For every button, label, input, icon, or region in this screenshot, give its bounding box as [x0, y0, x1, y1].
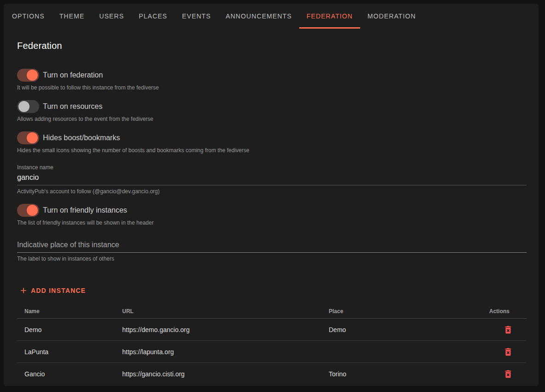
instance-name-field: Instance name ActivityPub's account to f… — [17, 164, 527, 195]
instance-place-cell: Torino — [321, 370, 482, 378]
friendly-instances-toggle[interactable] — [17, 204, 39, 217]
toggle-thumb — [27, 132, 38, 143]
trash-icon — [503, 369, 513, 379]
column-header-name: Name — [17, 308, 115, 315]
tab-users[interactable]: Users — [92, 4, 131, 29]
instance-name-hint: ActivityPub's account to follow (@gancio… — [17, 189, 527, 195]
instance-place-cell: Demo — [321, 326, 482, 333]
instance-name-cell: Demo — [17, 326, 115, 333]
setting-label: Turn on resources — [43, 102, 102, 111]
setting-label: Turn on friendly instances — [43, 206, 127, 214]
setting-friendly-instances: Turn on friendly instances The list of f… — [17, 204, 527, 226]
tab-federation[interactable]: Federation — [299, 4, 360, 29]
column-header-place: Place — [321, 308, 482, 315]
setting-hint: The list of friendly instances will be s… — [17, 220, 527, 226]
instance-name-label: Instance name — [17, 164, 527, 171]
instance-name-input[interactable] — [17, 172, 527, 185]
tab-places[interactable]: Places — [131, 4, 175, 29]
table-row: LaPunta https://lapunta.org — [17, 341, 527, 363]
hide-boost-toggle[interactable] — [17, 131, 39, 144]
instance-place-input[interactable] — [17, 240, 527, 253]
instance-url-cell: https://demo.gancio.org — [115, 326, 321, 333]
tab-theme[interactable]: Theme — [52, 4, 92, 29]
table-row: Demo https://demo.gancio.org Demo — [17, 319, 527, 341]
tab-moderation[interactable]: Moderation — [360, 4, 423, 29]
federation-toggle[interactable] — [17, 69, 39, 82]
page-title: Federation — [17, 41, 527, 51]
resources-toggle[interactable] — [17, 100, 39, 113]
instance-url-cell: https://gancio.cisti.org — [115, 370, 321, 378]
instance-url-cell: https://lapunta.org — [115, 348, 321, 356]
trash-icon — [503, 347, 513, 357]
add-instance-label: Add Instance — [31, 287, 86, 294]
column-header-actions: Actions — [482, 308, 527, 315]
instance-place-hint: The label to show in instances of others — [17, 256, 527, 262]
instance-name-cell: LaPunta — [17, 348, 115, 356]
toggle-thumb — [27, 205, 38, 216]
instance-place-field: The label to show in instances of others — [17, 240, 527, 262]
federation-settings-panel: Federation Turn on federation It will be… — [4, 29, 539, 385]
setting-turn-on-federation: Turn on federation It will be possible t… — [17, 69, 527, 91]
column-header-url: URL — [115, 308, 321, 315]
delete-instance-button[interactable] — [502, 324, 514, 336]
instance-name-cell: Gancio — [17, 370, 115, 378]
table-row: Gancio https://gancio.cisti.org Torino — [17, 363, 527, 385]
setting-label: Hides boost/bookmarks — [43, 134, 120, 142]
setting-turn-on-resources: Turn on resources Allows adding resource… — [17, 100, 527, 122]
setting-label: Turn on federation — [43, 71, 103, 79]
toggle-thumb — [18, 101, 30, 112]
admin-tab-bar: Options Theme Users Places Events Announ… — [4, 4, 539, 29]
setting-hint: Hides the small icons showing the number… — [17, 148, 527, 154]
delete-instance-button[interactable] — [502, 346, 514, 358]
tab-options[interactable]: Options — [5, 4, 52, 29]
table-header-row: Name URL Place Actions — [17, 304, 527, 319]
setting-hint: Allows adding resources to the event fro… — [17, 116, 527, 122]
trash-icon — [503, 325, 513, 335]
toggle-thumb — [27, 70, 38, 81]
setting-hint: It will be possible to follow this insta… — [17, 85, 527, 91]
admin-panel-card: Options Theme Users Places Events Announ… — [4, 4, 539, 386]
add-instance-button[interactable]: Add Instance — [17, 282, 90, 299]
tab-announcements[interactable]: Announcements — [218, 4, 299, 29]
delete-instance-button[interactable] — [502, 368, 514, 380]
setting-hides-boost-bookmarks: Hides boost/bookmarks Hides the small ic… — [17, 131, 527, 154]
tab-events[interactable]: Events — [175, 4, 219, 29]
instances-table: Name URL Place Actions Demo https://demo… — [17, 304, 527, 385]
plus-icon — [19, 286, 28, 295]
